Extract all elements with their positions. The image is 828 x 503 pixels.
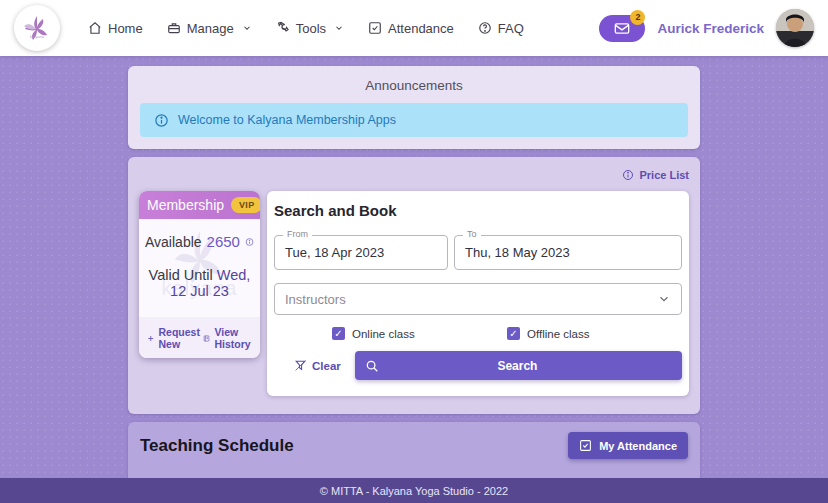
class-type-checkboxes: ✓ Online class ✓ Offline class	[274, 327, 682, 340]
notification-badge: 2	[630, 10, 645, 25]
nav-item-tools[interactable]: Tools	[266, 13, 354, 44]
teaching-schedule-title: Teaching Schedule	[140, 436, 294, 456]
price-list-link[interactable]: Price List	[622, 169, 689, 181]
chevron-down-icon	[242, 23, 252, 33]
filter-clear-icon	[294, 359, 307, 372]
available-label: Available	[145, 234, 202, 250]
membership-booking-card: Price List Membership VIP 230022 kalyana	[128, 157, 700, 414]
price-list-label: Price List	[639, 169, 689, 181]
check-square-icon	[368, 21, 382, 35]
my-attendance-button[interactable]: My Attendance	[568, 432, 688, 459]
mail-icon	[614, 22, 630, 35]
messages-button[interactable]: 2	[599, 15, 645, 42]
membership-card: Membership VIP 230022 kalyana Available …	[139, 191, 260, 358]
valid-until-label: Valid Until	[149, 267, 213, 283]
chevron-down-icon	[334, 23, 344, 33]
main-content: Announcements Welcome to Kalyana Members…	[128, 66, 700, 497]
instructors-placeholder: Instructors	[285, 292, 346, 307]
available-value: 2650	[207, 233, 240, 250]
nav-item-home[interactable]: Home	[78, 13, 153, 44]
date-to-label: To	[463, 229, 481, 239]
nav-item-label: FAQ	[498, 21, 524, 36]
welcome-alert-text: Welcome to Kalyana Membership Apps	[178, 113, 396, 127]
search-icon	[365, 359, 379, 373]
date-to-field[interactable]: To Thu, 18 May 2023	[454, 235, 682, 270]
question-circle-icon	[478, 21, 492, 35]
nav-item-label: Attendance	[388, 21, 454, 36]
briefcase-icon	[167, 21, 181, 35]
membership-card-header: Membership VIP 230022	[139, 191, 260, 219]
history-book-icon	[203, 333, 210, 344]
checkbox-checked-icon: ✓	[507, 327, 520, 340]
date-from-label: From	[283, 229, 312, 239]
svg-text:kalyana: kalyana	[30, 34, 45, 39]
available-info-icon[interactable]	[245, 236, 254, 248]
main-navigation: Home Manage Tools Attendance FAQ	[78, 13, 534, 44]
view-history-label: View History	[214, 326, 254, 350]
user-avatar[interactable]	[776, 9, 814, 47]
date-from-value: Tue, 18 Apr 2023	[285, 245, 384, 260]
date-to-value: Thu, 18 May 2023	[465, 245, 570, 260]
navbar-right: 2 Aurick Frederick	[599, 9, 814, 47]
offline-class-checkbox[interactable]: ✓ Offline class	[507, 327, 682, 340]
info-circle-icon	[622, 169, 634, 181]
search-and-book-panel: Search and Book From Tue, 18 Apr 2023 To…	[267, 191, 689, 396]
clear-filters-button[interactable]: Clear	[274, 359, 355, 372]
brand-logo[interactable]: kalyana	[14, 5, 60, 51]
kalyana-logo-icon: kalyana	[20, 11, 54, 45]
online-class-label: Online class	[352, 328, 415, 340]
membership-title: Membership	[147, 197, 224, 213]
copyright-text: © MITTA - Kalyana Yoga Studio - 2022	[320, 485, 508, 497]
info-icon	[154, 113, 169, 128]
avatar-photo	[776, 9, 814, 47]
announcements-title: Announcements	[140, 76, 688, 103]
nav-item-label: Tools	[296, 21, 326, 36]
nav-item-manage[interactable]: Manage	[157, 13, 262, 44]
membership-card-footer: Request New View History	[139, 317, 260, 358]
online-class-checkbox[interactable]: ✓ Online class	[332, 327, 507, 340]
search-button-label: Search	[379, 359, 656, 373]
offline-class-label: Offline class	[527, 328, 589, 340]
search-button[interactable]: Search	[355, 351, 682, 380]
instructors-select[interactable]: Instructors	[274, 283, 682, 315]
view-history-button[interactable]: View History	[203, 326, 254, 350]
nav-item-attendance[interactable]: Attendance	[358, 13, 464, 44]
my-attendance-label: My Attendance	[599, 440, 677, 452]
nav-item-label: Home	[108, 21, 143, 36]
vip-tier-badge: VIP	[231, 197, 260, 213]
home-icon	[88, 21, 102, 35]
page-footer: © MITTA - Kalyana Yoga Studio - 2022	[0, 478, 828, 503]
plus-icon	[147, 333, 155, 344]
nav-item-label: Manage	[187, 21, 234, 36]
nav-item-faq[interactable]: FAQ	[468, 13, 534, 44]
request-new-button[interactable]: Request New	[147, 326, 203, 350]
date-from-field[interactable]: From Tue, 18 Apr 2023	[274, 235, 448, 270]
user-name[interactable]: Aurick Frederick	[657, 21, 764, 36]
announcements-card: Announcements Welcome to Kalyana Members…	[128, 66, 700, 149]
welcome-alert: Welcome to Kalyana Membership Apps	[140, 103, 688, 137]
membership-card-body: kalyana Available 2650 Valid Until Wed, …	[139, 219, 260, 307]
clear-label: Clear	[312, 360, 341, 372]
check-square-icon	[579, 439, 592, 452]
checkbox-checked-icon: ✓	[332, 327, 345, 340]
chevron-down-icon	[657, 292, 671, 306]
top-navbar: kalyana Home Manage Tools Attendance FAQ	[0, 0, 828, 56]
request-new-label: Request New	[159, 326, 204, 350]
wrench-icon	[276, 21, 290, 35]
